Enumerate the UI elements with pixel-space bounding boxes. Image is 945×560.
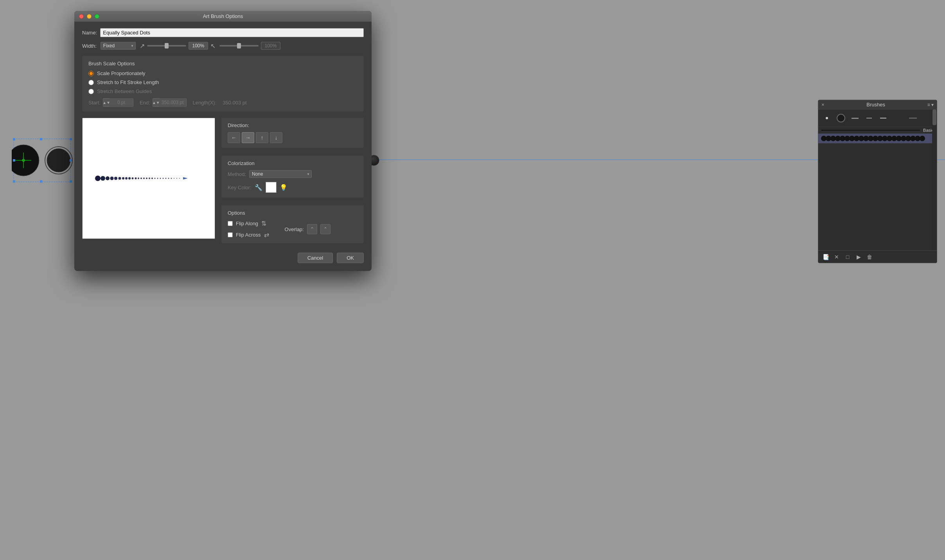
panel-title: Brushes: [866, 102, 885, 108]
method-label: Method:: [228, 171, 246, 177]
tip-icon[interactable]: 💡: [280, 184, 287, 191]
svg-point-41: [179, 178, 180, 179]
panel-menu-btn[interactable]: ≡ ▾: [927, 102, 934, 108]
svg-point-51: [859, 136, 864, 141]
right-controls: Direction: ← → ↑ ↓ Colorization Method:: [221, 118, 364, 243]
key-color-swatch[interactable]: [266, 182, 277, 193]
overlap-btn-2[interactable]: ⌃: [320, 224, 331, 234]
svg-point-34: [160, 178, 161, 179]
guides-row: Start: ▲▼ 0 pt End: ▲▼ 350.003 pt Length…: [88, 98, 358, 107]
svg-point-59: [896, 136, 902, 141]
colorization-title: Colorization: [228, 160, 358, 166]
brush-item-dash-2[interactable]: [862, 111, 876, 125]
close-button[interactable]: [79, 14, 84, 19]
dialog-title: Art Brush Options: [203, 13, 243, 19]
end-label: End:: [140, 100, 150, 106]
duplicate-btn[interactable]: □: [843, 253, 852, 261]
flip-along-row: Flip Along ⇅: [228, 220, 269, 227]
minimize-button[interactable]: [87, 14, 92, 19]
brush-item-dot-large[interactable]: [834, 111, 848, 125]
svg-point-38: [171, 178, 172, 179]
start-value: 0 pt: [110, 99, 133, 106]
end-stepper-btn[interactable]: ▲▼: [153, 99, 159, 106]
new-btn[interactable]: ▶: [854, 253, 863, 261]
panel-scrollbar[interactable]: [932, 109, 937, 250]
flip-along-label: Flip Along: [236, 221, 258, 226]
width-slider-group-2: 100%: [219, 42, 280, 50]
svg-point-25: [135, 178, 137, 179]
method-select[interactable]: None Tints Tints and Shades Hue Shift: [249, 170, 312, 178]
maximize-button[interactable]: [95, 14, 99, 19]
svg-point-21: [122, 177, 124, 179]
svg-point-16: [101, 176, 105, 181]
scale-proportionately-radio[interactable]: [88, 71, 94, 76]
svg-point-29: [146, 178, 147, 179]
direction-buttons: ← → ↑ ↓: [228, 132, 358, 143]
direction-section: Direction: ← → ↑ ↓: [221, 118, 364, 148]
svg-point-18: [110, 177, 114, 180]
stretch-fit-label: Stretch to Fit Stroke Length: [97, 79, 159, 85]
stretch-guides-radio[interactable]: [88, 89, 94, 94]
svg-point-54: [873, 136, 878, 141]
width-slider-1[interactable]: [147, 45, 186, 47]
trash-btn[interactable]: 🗑: [865, 253, 874, 261]
art-brush-options-dialog: Art Brush Options Name: Width: Fixed Pre…: [74, 11, 372, 271]
name-input[interactable]: [100, 28, 364, 37]
panel-close-btn[interactable]: ×: [821, 102, 825, 108]
titlebar-buttons: [79, 14, 99, 19]
svg-point-61: [905, 136, 911, 141]
dir-down-btn[interactable]: ↓: [270, 132, 282, 143]
slider-right-arrow-1[interactable]: ↖: [210, 42, 216, 50]
width-slider-group-1: ↗ 100% ↖: [140, 42, 216, 50]
svg-point-56: [882, 136, 888, 141]
slider-left-arrow-1[interactable]: ↗: [140, 42, 145, 50]
brush-item-dash-3[interactable]: [876, 111, 890, 125]
svg-point-17: [106, 176, 110, 180]
width-select[interactable]: Fixed Pressure Velocity: [101, 42, 136, 50]
brush-item-dot-small[interactable]: [820, 111, 834, 125]
svg-point-49: [849, 136, 855, 141]
ok-button[interactable]: OK: [337, 253, 364, 263]
svg-point-40: [176, 178, 177, 179]
color-method-row: Method: None Tints Tints and Shades Hue …: [228, 170, 358, 178]
slider-thumb-1: [165, 43, 169, 48]
start-stepper-btn[interactable]: ▲▼: [103, 99, 110, 106]
svg-marker-42: [183, 177, 188, 179]
svg-point-24: [132, 178, 134, 179]
length-value: 350.003 pt: [223, 100, 246, 106]
brush-scale-title: Brush Scale Options: [88, 61, 358, 66]
svg-point-31: [151, 178, 153, 179]
svg-rect-8: [40, 138, 42, 140]
width-slider-2[interactable]: [219, 45, 259, 47]
width-value-1[interactable]: 100%: [189, 42, 208, 50]
dots-row-selected[interactable]: [818, 134, 937, 144]
panel-footer: 📑 ✕ □ ▶ 🗑: [818, 250, 937, 263]
svg-point-36: [165, 178, 167, 179]
dir-left-btn[interactable]: ←: [228, 132, 240, 143]
library-btn[interactable]: 📑: [821, 253, 830, 261]
brushes-row-1: [818, 109, 937, 127]
svg-point-60: [901, 136, 906, 141]
dir-up-btn[interactable]: ↑: [256, 132, 268, 143]
flip-along-checkbox[interactable]: [228, 221, 233, 226]
end-stepper: ▲▼ 350.003 pt: [153, 98, 187, 107]
svg-point-20: [119, 177, 121, 180]
dir-right-btn[interactable]: →: [242, 132, 254, 143]
svg-point-19: [114, 177, 117, 180]
brush-dash-2-shape: [866, 118, 872, 118]
dialog-titlebar: Art Brush Options: [74, 11, 372, 22]
brush-item-dash-4[interactable]: [890, 111, 935, 125]
dialog-body: Name: Width: Fixed Pressure Velocity ↗ 1…: [74, 22, 372, 271]
svg-point-57: [887, 136, 892, 141]
stretch-fit-radio[interactable]: [88, 80, 94, 85]
flip-across-checkbox[interactable]: [228, 232, 233, 237]
options-section: Options Flip Along ⇅ Flip Across: [221, 205, 364, 243]
width-value-2: 100%: [261, 42, 280, 50]
eyedropper-icon[interactable]: 🔧: [255, 184, 262, 191]
brush-item-dash-1[interactable]: [848, 111, 862, 125]
name-label: Name:: [82, 30, 97, 36]
cancel-button[interactable]: Cancel: [298, 253, 333, 263]
overlap-btn-1[interactable]: ⌃: [307, 224, 317, 234]
start-label: Start:: [88, 100, 101, 106]
delete-btn[interactable]: ✕: [832, 253, 841, 261]
